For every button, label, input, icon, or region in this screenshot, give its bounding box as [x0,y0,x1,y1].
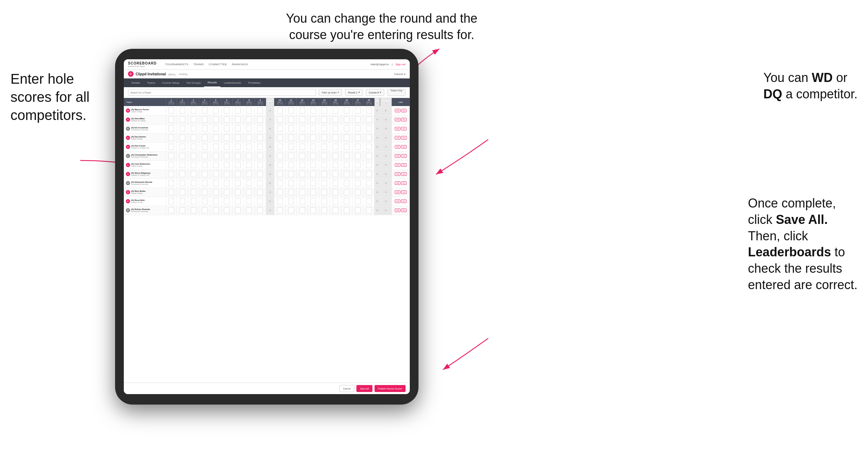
filter-team-button[interactable]: Filter by team ▾ [319,89,342,96]
hole-5-score[interactable] [210,188,221,197]
hole-11-score[interactable] [286,133,297,142]
tab-leaderboards[interactable]: Leaderboards [220,79,244,87]
hole-9-score[interactable] [255,124,266,133]
hole-5-score[interactable] [210,151,221,160]
hole-3-score[interactable] [188,206,199,215]
nav-rankings[interactable]: RANKINGS [232,63,248,66]
score-input[interactable] [300,144,305,150]
hole-18-score[interactable] [363,179,375,188]
cancel-button[interactable]: Cancel [339,385,355,392]
score-input[interactable] [333,126,338,132]
score-input[interactable] [235,171,241,177]
score-input[interactable] [213,135,219,141]
score-input[interactable] [344,135,349,141]
score-input[interactable] [355,107,361,114]
score-input[interactable] [168,198,174,204]
score-input[interactable] [277,107,283,114]
hole-14-score[interactable] [319,142,330,151]
hole-18-score[interactable] [363,160,375,170]
scorecard-container[interactable]: Player 1PAR 4340 YDS 2PAR 5511 YDS 3PAR … [124,98,410,383]
score-input[interactable] [202,162,207,168]
score-input[interactable] [246,126,252,132]
hole-17-score[interactable] [352,188,363,197]
hole-1-score[interactable] [166,142,177,151]
hole-17-score[interactable] [352,160,363,170]
score-input[interactable] [366,171,372,177]
hole-14-score[interactable] [319,170,330,179]
hole-1-score[interactable] [166,160,177,170]
score-input[interactable] [180,126,185,132]
score-input[interactable] [344,189,349,195]
score-input[interactable] [366,126,372,132]
hole-14-score[interactable] [319,115,330,124]
hole-12-score[interactable] [297,133,308,142]
dq-button[interactable]: DQ [401,118,407,121]
hole-13-score[interactable] [308,133,319,142]
score-input[interactable] [191,116,196,123]
hole-3-score[interactable] [188,124,199,133]
score-input[interactable] [191,126,196,132]
score-input[interactable] [191,135,196,141]
wd-button[interactable]: WD [395,209,400,212]
hole-4-score[interactable] [199,179,210,188]
score-input[interactable] [235,153,241,159]
save-all-button[interactable]: Save All [356,385,372,392]
score-input[interactable] [202,116,207,123]
hole-9-score[interactable] [255,206,266,215]
hole-8-score[interactable] [243,160,255,170]
score-input[interactable] [300,189,305,195]
score-input[interactable] [333,107,338,114]
score-input[interactable] [288,162,294,168]
hole-6-score[interactable] [221,106,233,115]
hole-8-score[interactable] [243,179,255,188]
hole-13-score[interactable] [308,151,319,160]
tab-teams[interactable]: Teams [143,79,159,87]
hole-3-score[interactable] [188,160,199,170]
score-input[interactable] [322,153,327,159]
hole-7-score[interactable] [232,142,243,151]
score-input[interactable] [322,162,327,168]
hole-16-score[interactable] [341,179,352,188]
score-input[interactable] [246,107,252,114]
score-input[interactable] [224,207,229,213]
score-input[interactable] [246,189,252,195]
score-input[interactable] [288,107,294,114]
hole-1-score[interactable] [166,170,177,179]
hole-15-score[interactable] [330,133,341,142]
hole-1-score[interactable] [166,151,177,160]
hole-10-score[interactable] [274,188,286,197]
score-input[interactable] [355,116,361,123]
score-input[interactable] [288,126,294,132]
score-input[interactable] [202,144,207,150]
hole-11-score[interactable] [286,151,297,160]
hole-13-score[interactable] [308,179,319,188]
score-input[interactable] [333,189,338,195]
score-input[interactable] [168,107,174,114]
hole-9-score[interactable] [255,188,266,197]
hole-16-score[interactable] [341,142,352,151]
tab-results[interactable]: Results [204,78,220,87]
score-input[interactable] [277,116,283,123]
score-input[interactable] [366,153,372,159]
hole-2-score[interactable] [177,106,188,115]
score-input[interactable] [355,171,361,177]
score-input[interactable] [257,162,263,168]
hole-10-score[interactable] [274,160,286,170]
score-input[interactable] [213,171,219,177]
hole-12-score[interactable] [297,170,308,179]
score-input[interactable] [310,107,316,114]
score-input[interactable] [235,107,241,114]
score-input[interactable] [277,207,283,213]
hole-7-score[interactable] [232,106,243,115]
score-input[interactable] [344,180,349,186]
hole-2-score[interactable] [177,160,188,170]
hole-10-score[interactable] [274,115,286,124]
wd-button[interactable]: WD [395,118,400,121]
score-input[interactable] [213,180,219,186]
hole-1-score[interactable] [166,115,177,124]
hole-16-score[interactable] [341,115,352,124]
score-input[interactable] [180,153,185,159]
hole-12-score[interactable] [297,197,308,206]
score-input[interactable] [300,207,305,213]
hole-9-score[interactable] [255,133,266,142]
